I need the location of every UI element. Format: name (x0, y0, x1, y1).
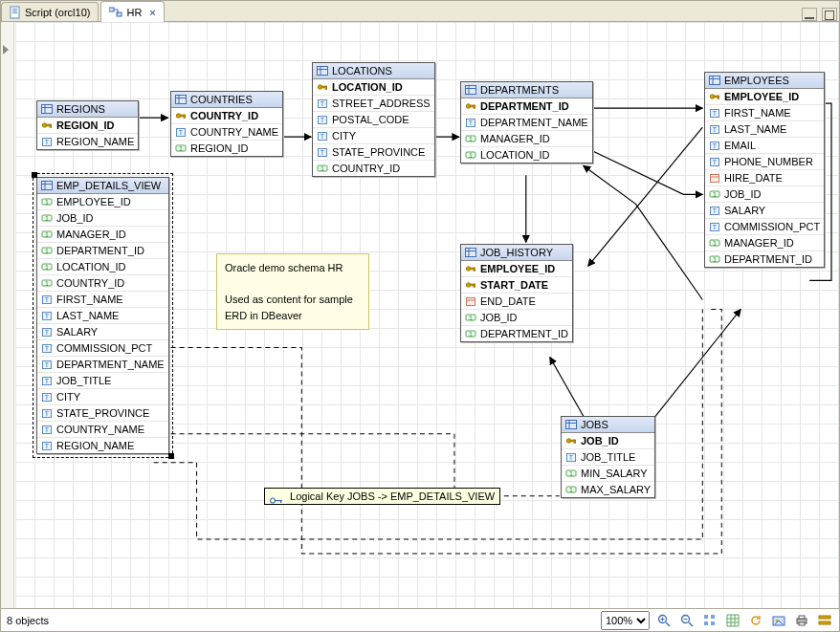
table-column[interactable]: TLAST_NAME (37, 308, 168, 324)
key-icon (465, 279, 476, 291)
table-column[interactable]: 1EMPLOYEE_ID (37, 194, 168, 210)
table-icon (465, 248, 476, 257)
zoom-combo[interactable]: 100% (601, 611, 650, 630)
table-header[interactable]: LOCATIONS (313, 63, 434, 79)
table-column[interactable]: 1COUNTRY_ID (313, 161, 434, 176)
view-emp-details[interactable]: EMP_DETAILS_VIEW1EMPLOYEE_ID1JOB_ID1MANA… (36, 177, 169, 454)
table-column[interactable]: TSALARY (705, 203, 824, 219)
table-column[interactable]: DEPARTMENT_ID (461, 98, 592, 115)
table-column[interactable]: HIRE_DATE (705, 170, 824, 186)
table-column[interactable]: 1MANAGER_ID (461, 131, 592, 147)
table-column[interactable]: 1DEPARTMENT_ID (705, 251, 824, 267)
table-column[interactable]: TREGION_NAME (37, 134, 138, 149)
table-column[interactable]: TJOB_TITLE (37, 373, 168, 389)
table-regions[interactable]: REGIONSREGION_IDTREGION_NAME (36, 100, 139, 150)
fk-icon: 1 (465, 328, 476, 339)
table-column[interactable]: EMPLOYEE_ID (461, 261, 572, 277)
fk-icon: 1 (175, 142, 187, 154)
table-column[interactable]: 1LOCATION_ID (37, 259, 168, 275)
table-column[interactable]: 1REGION_ID (171, 141, 282, 156)
close-icon[interactable]: × (149, 7, 155, 18)
table-column[interactable]: END_DATE (461, 294, 572, 310)
table-header[interactable]: JOB_HISTORY (461, 245, 572, 261)
table-column[interactable]: 1DEPARTMENT_ID (37, 243, 168, 259)
table-column[interactable]: 1COUNTRY_ID (37, 275, 168, 292)
table-header[interactable]: EMPLOYEES (705, 73, 824, 89)
table-column[interactable]: TCOMMISSION_PCT (705, 219, 824, 235)
export-image-button[interactable] (770, 612, 787, 629)
canvas-note[interactable]: Oracle demo schema HR Used as content fo… (216, 253, 369, 330)
table-column[interactable]: 1MIN_SALARY (562, 466, 654, 482)
table-header[interactable]: COUNTRIES (171, 92, 282, 108)
table-column[interactable]: TCOUNTRY_NAME (37, 422, 168, 438)
expand-palette-icon[interactable] (3, 45, 9, 54)
table-header[interactable]: DEPARTMENTS (461, 82, 592, 98)
tab-script[interactable]: Script (orcl10) (1, 2, 99, 21)
table-column[interactable]: 1JOB_ID (461, 310, 572, 326)
table-locations[interactable]: LOCATIONSLOCATION_IDTSTREET_ADDRESSTPOST… (312, 62, 435, 177)
svg-text:T: T (321, 117, 325, 123)
table-jobs[interactable]: JOBSJOB_IDTJOB_TITLE1MIN_SALARY1MAX_SALA… (561, 416, 655, 498)
erd-canvas[interactable]: REGIONSREGION_IDTREGION_NAME COUNTRIESCO… (15, 22, 839, 608)
fk-icon: 1 (565, 468, 577, 479)
table-column[interactable]: TSALARY (37, 324, 168, 340)
table-column[interactable]: TSTREET_ADDRESS (313, 96, 434, 112)
table-employees[interactable]: EMPLOYEESEMPLOYEE_IDTFIRST_NAMETLAST_NAM… (704, 72, 825, 268)
table-column[interactable]: TSTATE_PROVINCE (37, 405, 168, 422)
table-column[interactable]: EMPLOYEE_ID (705, 89, 824, 105)
table-column[interactable]: 1MAX_SALARY (562, 482, 654, 497)
table-column[interactable]: TPOSTAL_CODE (313, 112, 434, 128)
column-name: REGION_NAME (56, 136, 134, 147)
settings-button[interactable] (816, 612, 833, 629)
date-icon (709, 172, 720, 184)
table-column[interactable]: 1MANAGER_ID (37, 227, 168, 243)
table-column[interactable]: LOCATION_ID (313, 79, 434, 96)
table-column[interactable]: TREGION_NAME (37, 438, 168, 453)
table-job-history[interactable]: JOB_HISTORYEMPLOYEE_IDSTART_DATEEND_DATE… (460, 244, 573, 342)
refresh-button[interactable] (747, 612, 764, 629)
svg-rect-150 (704, 615, 708, 619)
tab-hr-erd[interactable]: HR × (100, 1, 164, 22)
table-column[interactable]: TDEPARTMENT_NAME (461, 115, 592, 131)
table-header[interactable]: REGIONS (37, 101, 138, 118)
maximize-editor-button[interactable] (822, 8, 837, 21)
table-column[interactable]: START_DATE (461, 277, 572, 294)
table-column[interactable]: JOB_ID (562, 433, 654, 449)
zoom-in-button[interactable] (655, 612, 673, 629)
svg-text:1: 1 (713, 256, 717, 263)
table-column[interactable]: TPHONE_NUMBER (705, 154, 824, 170)
table-departments[interactable]: DEPARTMENTSDEPARTMENT_IDTDEPARTMENT_NAME… (460, 81, 593, 163)
table-column[interactable]: TLAST_NAME (705, 121, 824, 138)
table-column[interactable]: COUNTRY_ID (171, 108, 282, 124)
table-column[interactable]: TCITY (37, 389, 168, 405)
table-column[interactable]: TCOMMISSION_PCT (37, 340, 168, 357)
auto-layout-button[interactable] (701, 612, 718, 629)
table-column[interactable]: TJOB_TITLE (562, 449, 654, 466)
table-column[interactable]: TDEPARTMENT_NAME (37, 357, 168, 373)
table-column[interactable]: 1DEPARTMENT_ID (461, 326, 572, 341)
zoom-select[interactable]: 100% (601, 611, 650, 630)
print-button[interactable] (793, 612, 810, 629)
minimize-editor-button[interactable] (802, 8, 817, 21)
table-column[interactable]: 1MANAGER_ID (705, 235, 824, 251)
table-column[interactable]: TCOUNTRY_NAME (171, 124, 282, 141)
table-column[interactable]: 1JOB_ID (37, 210, 168, 227)
fk-icon: 1 (565, 484, 577, 495)
zoom-out-button[interactable] (678, 612, 696, 629)
table-column[interactable]: TEMAIL (705, 138, 824, 154)
text-icon: T (565, 451, 577, 463)
toggle-grid-button[interactable] (724, 612, 741, 629)
table-countries[interactable]: COUNTRIESCOUNTRY_IDTCOUNTRY_NAME1REGION_… (170, 91, 283, 157)
key-icon (465, 263, 476, 274)
table-header[interactable]: JOBS (562, 417, 654, 433)
table-column[interactable]: REGION_ID (37, 118, 138, 134)
svg-text:T: T (45, 394, 50, 401)
table-column[interactable]: 1JOB_ID (705, 186, 824, 203)
table-column[interactable]: TFIRST_NAME (37, 292, 168, 308)
table-column[interactable]: TFIRST_NAME (705, 105, 824, 121)
table-column[interactable]: 1LOCATION_ID (461, 147, 592, 163)
table-column[interactable]: TCITY (313, 128, 434, 144)
table-column[interactable]: TSTATE_PROVINCE (313, 144, 434, 161)
svg-text:1: 1 (179, 145, 183, 152)
table-header[interactable]: EMP_DETAILS_VIEW (37, 178, 168, 194)
